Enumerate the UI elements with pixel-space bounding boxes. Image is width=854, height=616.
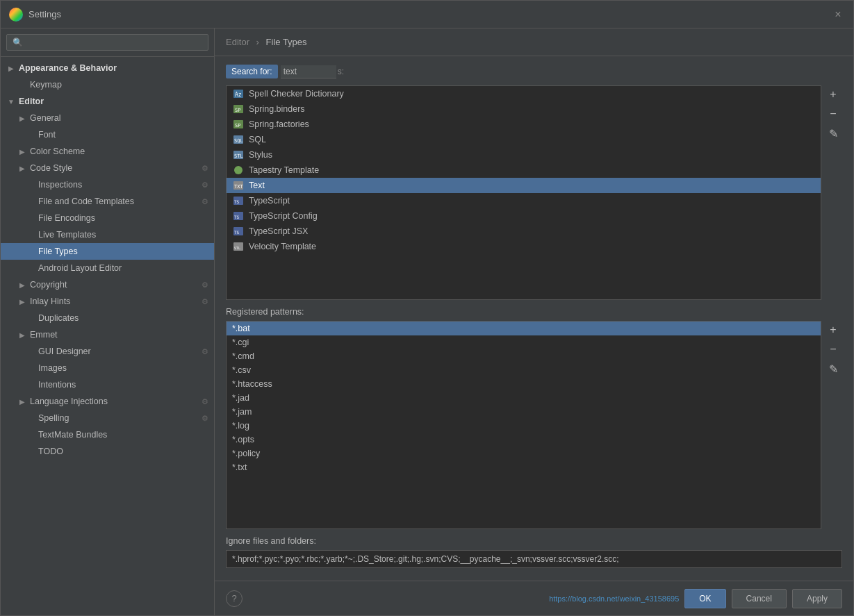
sidebar-item-language-injections[interactable]: ▶ Language Injections ⚙ xyxy=(1,393,214,410)
ignore-input[interactable] xyxy=(226,550,842,568)
sidebar-item-duplicates[interactable]: Duplicates xyxy=(1,310,214,326)
list-item-label: Text xyxy=(249,181,265,190)
list-item-label: TypeScript JSX xyxy=(249,226,308,236)
ok-button[interactable]: OK xyxy=(684,589,725,608)
list-item[interactable]: TS TypeScript JSX xyxy=(227,224,821,239)
arrow-spacer xyxy=(26,230,35,240)
svg-text:SP: SP xyxy=(235,123,240,128)
title-bar: Settings × xyxy=(1,1,853,28)
arrow-spacer xyxy=(17,80,27,90)
sidebar-item-copyright[interactable]: ▶ Copyright ⚙ xyxy=(1,276,214,293)
file-types-list[interactable]: Az Spell Checker Dictionary SP Spring.bi… xyxy=(226,85,821,300)
sidebar-item-gui-designer[interactable]: GUI Designer ⚙ xyxy=(1,343,214,360)
sidebar-item-file-code-templates[interactable]: File and Code Templates ⚙ xyxy=(1,193,214,210)
pattern-value: *.htaccess xyxy=(232,379,272,389)
list-item[interactable]: TS TypeScript Config xyxy=(227,208,821,224)
arrow-spacer xyxy=(26,247,35,256)
registered-patterns-label: Registered patterns: xyxy=(226,307,842,317)
sidebar-item-keymap[interactable]: Keymap xyxy=(1,76,214,93)
sidebar-item-inlay-hints[interactable]: ▶ Inlay Hints ⚙ xyxy=(1,293,214,310)
sidebar-search-input[interactable] xyxy=(6,34,208,51)
sidebar-item-inspections[interactable]: Inspections ⚙ xyxy=(1,176,214,193)
sidebar-item-label: TextMate Bundles xyxy=(38,430,208,440)
list-item-label: Spell Checker Dictionary xyxy=(249,89,344,99)
registered-patterns-section: Registered patterns: *.bat *.cgi *.cmd xyxy=(226,307,842,529)
search-for-input[interactable] xyxy=(281,65,336,78)
sidebar-item-file-encodings[interactable]: File Encodings xyxy=(1,210,214,226)
help-button[interactable]: ? xyxy=(226,590,243,607)
remove-pattern-button[interactable]: − xyxy=(824,340,842,358)
remove-file-type-button[interactable]: − xyxy=(824,105,842,123)
list-item-label: TypeScript xyxy=(249,196,290,206)
list-item[interactable]: Az Spell Checker Dictionary xyxy=(227,86,821,101)
file-types-section: Az Spell Checker Dictionary SP Spring.bi… xyxy=(226,85,842,300)
list-item[interactable]: *.txt xyxy=(227,460,821,474)
sidebar-item-color-scheme[interactable]: ▶ Color Scheme xyxy=(1,143,214,160)
pattern-value: *.cgi xyxy=(232,338,249,347)
add-file-type-button[interactable]: + xyxy=(824,85,842,103)
sidebar-item-appearance[interactable]: ▶ Appearance & Behavior xyxy=(1,60,214,76)
list-item[interactable]: *.jam xyxy=(227,405,821,419)
close-button[interactable]: × xyxy=(831,8,845,21)
sidebar-item-intentions[interactable]: Intentions xyxy=(1,376,214,393)
list-item[interactable]: STL Stylus xyxy=(227,147,821,163)
list-item[interactable]: *.bat xyxy=(227,322,821,335)
list-item-label: Tapestry Template xyxy=(249,165,319,175)
list-item[interactable]: *.opts xyxy=(227,433,821,447)
apply-button[interactable]: Apply xyxy=(792,589,842,608)
list-item[interactable]: *.policy xyxy=(227,447,821,460)
sidebar-item-label: General xyxy=(30,113,208,123)
list-item-label: Spring.binders xyxy=(249,104,305,114)
settings-icon: ⚙ xyxy=(202,164,208,173)
sidebar-item-todo[interactable]: TODO xyxy=(1,443,214,460)
list-item[interactable]: TS TypeScript xyxy=(227,193,821,208)
add-pattern-button[interactable]: + xyxy=(824,321,842,339)
settings-icon: ⚙ xyxy=(202,197,208,206)
edit-pattern-button[interactable]: ✎ xyxy=(824,360,842,378)
registered-patterns-list[interactable]: *.bat *.cgi *.cmd *.csv xyxy=(226,321,821,529)
list-item[interactable]: *.cgi xyxy=(227,335,821,349)
list-item[interactable]: VTL Velocity Template xyxy=(227,239,821,254)
sidebar-item-images[interactable]: Images xyxy=(1,360,214,376)
sidebar-item-code-style[interactable]: ▶ Code Style ⚙ xyxy=(1,160,214,176)
list-item[interactable]: Tapestry Template xyxy=(227,163,821,178)
pattern-value: *.log xyxy=(232,421,249,431)
list-item[interactable]: *.htaccess xyxy=(227,377,821,391)
sidebar-nav: ▶ Appearance & Behavior Keymap ▼ Editor … xyxy=(1,57,214,615)
arrow-icon: ▶ xyxy=(17,113,27,123)
list-item[interactable]: TXT Text xyxy=(227,178,821,193)
cancel-button[interactable]: Cancel xyxy=(732,589,787,608)
settings-icon: ⚙ xyxy=(202,347,208,356)
ignore-label: Ignore files and folders: xyxy=(226,536,842,546)
sidebar-item-live-templates[interactable]: Live Templates xyxy=(1,226,214,243)
list-item[interactable]: SP Spring.factories xyxy=(227,117,821,132)
sidebar-item-editor[interactable]: ▼ Editor xyxy=(1,93,214,110)
breadcrumb-current: File Types xyxy=(266,37,307,47)
settings-icon: ⚙ xyxy=(202,414,208,423)
arrow-spacer xyxy=(26,347,35,356)
sidebar-item-font[interactable]: Font xyxy=(1,126,214,143)
url-label: https://blog.csdn.net/weixin_43158695 xyxy=(549,594,679,603)
list-item[interactable]: *.jad xyxy=(227,391,821,405)
list-item[interactable]: SP Spring.binders xyxy=(227,101,821,117)
sidebar-item-file-types[interactable]: File Types xyxy=(1,243,214,260)
edit-file-type-button[interactable]: ✎ xyxy=(824,124,842,142)
sidebar-item-spelling[interactable]: Spelling ⚙ xyxy=(1,410,214,426)
ignore-section: Ignore files and folders: xyxy=(226,536,842,568)
sidebar-item-label: Appearance & Behavior xyxy=(19,63,208,73)
settings-icon: ⚙ xyxy=(202,281,208,290)
pattern-value: *.jad xyxy=(232,393,249,403)
list-item[interactable]: *.cmd xyxy=(227,349,821,363)
sidebar-item-label: Inspections xyxy=(38,180,202,190)
list-item[interactable]: *.log xyxy=(227,419,821,433)
svg-text:TS: TS xyxy=(234,230,240,235)
sidebar-item-label: Editor xyxy=(19,97,208,106)
svg-text:SQL: SQL xyxy=(234,138,243,144)
list-item[interactable]: SQL SQL xyxy=(227,132,821,147)
sidebar-item-label: Intentions xyxy=(38,380,208,390)
list-item[interactable]: *.csv xyxy=(227,363,821,377)
sidebar-item-android-layout[interactable]: Android Layout Editor xyxy=(1,260,214,276)
sidebar-item-emmet[interactable]: ▶ Emmet xyxy=(1,326,214,343)
sidebar-item-textmate[interactable]: TextMate Bundles xyxy=(1,426,214,443)
sidebar-item-general[interactable]: ▶ General xyxy=(1,110,214,126)
